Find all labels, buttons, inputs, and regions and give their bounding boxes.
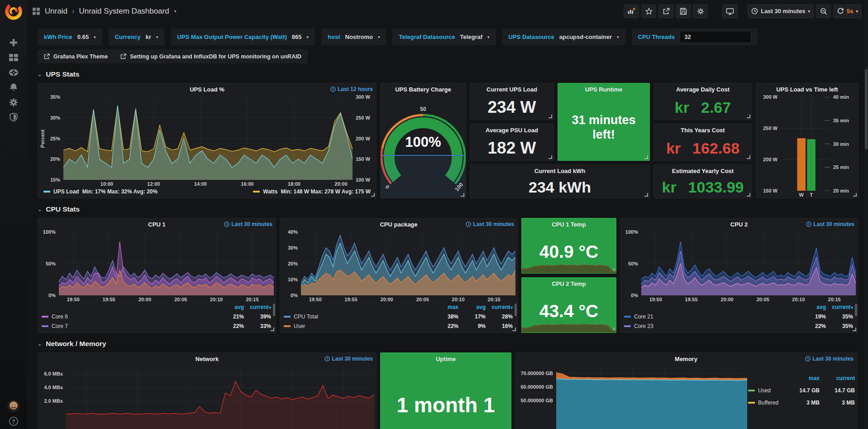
variable-value[interactable]: Nostromo bbox=[345, 34, 373, 40]
panel-title[interactable]: UPS Load vs Time left bbox=[776, 86, 838, 93]
server-admin-shield-icon[interactable] bbox=[9, 112, 19, 122]
legend-item-core-7[interactable]: Core 722%33% bbox=[41, 321, 271, 331]
time-range-picker[interactable]: Last 30 minutes ▾ bbox=[748, 5, 814, 18]
refresh-interval-label[interactable]: 5s bbox=[847, 8, 853, 14]
panel-title[interactable]: Current Load kWh bbox=[534, 168, 586, 174]
chevron-down-icon[interactable]: ▾ bbox=[856, 9, 858, 14]
panel-title[interactable]: UPS Runtime bbox=[585, 86, 622, 93]
legend-item-watts[interactable]: Watts Min: 148 W Max: 278 W Avg: 175 W bbox=[253, 188, 371, 195]
dashboard-link[interactable]: Setting up Grafana and InfluxDB for UPS … bbox=[120, 53, 301, 60]
help-icon[interactable]: ? bbox=[9, 416, 19, 426]
cpu1-graph[interactable] bbox=[59, 232, 274, 295]
settings-gear-button[interactable] bbox=[693, 5, 708, 18]
panel-title[interactable]: UPS Load % bbox=[190, 86, 224, 93]
legend-scrollbar[interactable] bbox=[855, 304, 857, 316]
legend-item-core-23[interactable]: Core 2322%35% bbox=[623, 321, 853, 331]
chevron-down-icon[interactable]: ▾ bbox=[174, 9, 176, 14]
legend-item-ups-load[interactable]: UPS Load Min: 17% Max: 32% Avg: 20% bbox=[43, 188, 157, 195]
zoom-out-button[interactable] bbox=[816, 5, 831, 18]
panel-uptime: Uptime 1 month 1 bbox=[380, 352, 511, 429]
explore-compass-icon[interactable] bbox=[9, 67, 19, 77]
variable-value[interactable]: 865 bbox=[292, 34, 302, 40]
legend-item-cpu-total[interactable]: CPU Total38%17%28% bbox=[283, 312, 513, 321]
save-button[interactable] bbox=[676, 5, 691, 18]
panel-time-range[interactable]: Last 12 hours bbox=[330, 86, 373, 92]
legend-scrollbar[interactable] bbox=[273, 304, 275, 316]
variable-telegraf-datasource[interactable]: Telegraf DatasourceTelegraf▾ bbox=[392, 29, 496, 45]
network-graph[interactable] bbox=[66, 366, 374, 429]
panel-title[interactable]: CPU package bbox=[380, 221, 417, 228]
panel-time-range[interactable]: Last 30 minutes bbox=[324, 356, 373, 362]
panel-time-range[interactable]: Last 30 minutes bbox=[466, 221, 514, 227]
panel-title[interactable]: UPS Battery Charge bbox=[395, 86, 451, 93]
panel-title[interactable]: Uptime bbox=[436, 356, 456, 362]
variable-currency[interactable]: Currencykr▾ bbox=[109, 29, 165, 45]
cpu-package-graph[interactable] bbox=[301, 232, 515, 295]
legend-item-buffered[interactable]: Buffered3 MB3 MB bbox=[747, 396, 855, 409]
grafana-logo-icon[interactable] bbox=[4, 1, 24, 21]
memory-graph[interactable] bbox=[556, 366, 747, 429]
breadcrumb-root[interactable]: Unraid bbox=[45, 7, 67, 16]
variable-kwh-price[interactable]: kWh Price0.65▾ bbox=[38, 29, 102, 45]
cpu2-graph[interactable] bbox=[641, 232, 856, 295]
panel-ups-battery-charge: UPS Battery Charge 02050100 100% bbox=[380, 83, 466, 198]
variable-ups-max-output[interactable]: UPS Max Output Power Capacity (Watt)865▾ bbox=[171, 29, 315, 45]
panel-title[interactable]: Average PSU Load bbox=[486, 127, 538, 134]
panel-title[interactable]: Network bbox=[196, 356, 219, 362]
variable-ups-datasource[interactable]: UPS Datasourceapcupsd-container▾ bbox=[502, 29, 625, 45]
variable-input-cpu-threads[interactable] bbox=[680, 31, 751, 43]
variable-value[interactable]: apcupsd-container bbox=[559, 34, 612, 40]
tv-cycle-view-button[interactable] bbox=[722, 5, 738, 18]
panel-title[interactable]: CPU 2 Temp bbox=[552, 280, 586, 287]
legend-scrollbar[interactable] bbox=[515, 304, 517, 316]
section-header-cpu-stats[interactable]: ⌄ CPU Stats bbox=[38, 205, 862, 213]
panel-time-range[interactable]: Last 30 minutes bbox=[224, 221, 272, 227]
stat-value: kr2.67 bbox=[654, 95, 752, 120]
legend-item-core-21[interactable]: Core 2119%35% bbox=[623, 312, 853, 321]
star-button[interactable] bbox=[641, 5, 656, 18]
x-axis-labels: 19:5019:5520:0020:0520:1020:15 bbox=[641, 295, 856, 303]
panel-title[interactable]: Average Daily Cost bbox=[676, 86, 730, 93]
panel-title[interactable]: CPU 1 Temp bbox=[552, 221, 586, 228]
panel-title[interactable]: Estimated Yearly Cost bbox=[672, 168, 734, 174]
panel-title[interactable]: CPU 1 bbox=[148, 221, 165, 228]
panel-time-range[interactable]: Last 30 minutes bbox=[805, 356, 854, 362]
panel-title[interactable]: Current UPS Load bbox=[486, 86, 537, 93]
section-header-network-memory[interactable]: ⌄ Network / Memory bbox=[38, 340, 862, 348]
variable-value[interactable]: Telegraf bbox=[460, 34, 482, 40]
legend: UPS Load Min: 17% Max: 32% Avg: 20% Watt… bbox=[38, 187, 376, 198]
page-scrollbar-thumb[interactable] bbox=[865, 69, 868, 149]
variable-value[interactable]: 0.65 bbox=[77, 34, 89, 40]
ups-load-graph[interactable] bbox=[63, 97, 353, 180]
dashboards-icon[interactable] bbox=[9, 53, 19, 63]
chevron-down-icon: ⌄ bbox=[38, 341, 42, 347]
dashboard-link[interactable]: Grafana Plex Theme bbox=[44, 53, 108, 60]
legend-item-used[interactable]: Used14.7 GB14.7 GB bbox=[747, 384, 855, 396]
variable-value[interactable]: kr bbox=[146, 34, 151, 40]
legend-swatch bbox=[748, 390, 755, 391]
variable-cpu-threads[interactable]: CPU Threads bbox=[632, 29, 758, 45]
dashboard-links-row: Grafana Plex ThemeSetting up Grafana and… bbox=[38, 49, 308, 63]
panel-time-range[interactable]: Last 30 minutes bbox=[806, 221, 854, 227]
user-avatar[interactable] bbox=[7, 399, 20, 413]
variable-host[interactable]: hostNostromo▾ bbox=[321, 29, 386, 45]
legend-item-core-6[interactable]: Core 621%39% bbox=[41, 312, 271, 321]
svg-text:?: ? bbox=[12, 419, 15, 425]
breadcrumb-current[interactable]: Unraid System Dashboard bbox=[79, 7, 169, 16]
gauge-value: 100% bbox=[381, 134, 466, 150]
panel-title[interactable]: CPU 2 bbox=[730, 221, 748, 228]
panel-title[interactable]: This Years Cost bbox=[681, 127, 725, 134]
panel-memory: Memory Last 30 minutes 50.000000 GB60.00… bbox=[515, 352, 857, 429]
configuration-gear-icon[interactable] bbox=[9, 97, 19, 107]
share-button[interactable] bbox=[658, 5, 673, 18]
dashboard-grid-icon[interactable] bbox=[32, 7, 41, 16]
panel-title[interactable]: Memory bbox=[675, 356, 697, 362]
chevron-down-icon: ⌄ bbox=[38, 207, 42, 212]
section-header-ups-stats[interactable]: ⌄ UPS Stats bbox=[38, 70, 862, 78]
add-panel-button[interactable] bbox=[624, 5, 639, 18]
alerting-bell-icon[interactable] bbox=[9, 82, 19, 92]
refresh-button[interactable]: 5s ▾ bbox=[833, 5, 862, 18]
legend-item-user[interactable]: User22%9%16% bbox=[283, 321, 513, 331]
ups-bar-chart[interactable] bbox=[781, 97, 830, 191]
create-plus-icon[interactable] bbox=[9, 38, 19, 48]
